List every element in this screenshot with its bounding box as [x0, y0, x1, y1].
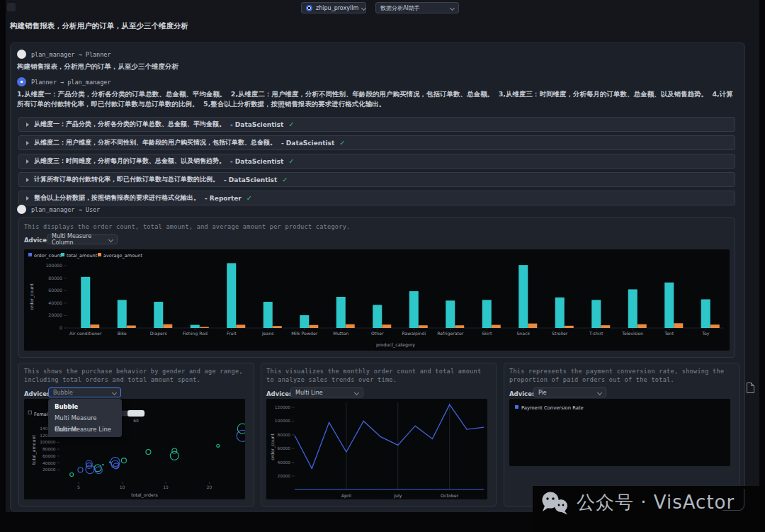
advices-label: Advices: [509, 390, 536, 397]
task-check-icon: ✓: [246, 194, 252, 202]
svg-text:Diapers: Diapers: [150, 331, 167, 336]
chart-type-select[interactable]: Multi Measure Column: [47, 234, 118, 244]
svg-text:order_count: order_count: [29, 283, 35, 310]
task-agent: - DataScientist: [230, 158, 283, 165]
svg-text:Toy: Toy: [701, 331, 710, 336]
svg-text:40000: 40000: [48, 300, 62, 305]
svg-text:60: 60: [133, 418, 139, 423]
svg-text:April: April: [341, 493, 352, 499]
task-list: 从维度一：产品分类，分析各分类的订单总数、总金额、平均金额。 - DataSci…: [18, 117, 735, 209]
task-row[interactable]: 计算所有订单的付款转化率，即已付款订单数与总订单数的比例。 - DataScie…: [18, 172, 735, 187]
caret-right-icon[interactable]: [26, 196, 29, 200]
svg-text:80000: 80000: [278, 433, 291, 437]
message-header: Planner → plan_manager: [17, 77, 111, 86]
message-header: plan_manager → User: [17, 205, 100, 214]
svg-text:120000: 120000: [275, 405, 290, 409]
watermark: 公众号 · VisActor: [540, 490, 735, 515]
chart-type-value: Pie: [538, 390, 547, 396]
wechat-icon: [540, 491, 570, 515]
assistant-select-value: 数据分析AI助手: [380, 4, 420, 12]
svg-text:0: 0: [60, 325, 62, 330]
task-row[interactable]: 整合以上分析数据，按照销售报表的要求进行格式化输出。 - Reporter✓: [18, 191, 735, 205]
document-icon[interactable]: [746, 383, 754, 393]
svg-text:20: 20: [207, 485, 212, 489]
task-row[interactable]: 从维度二：用户维度，分析不同性别、年龄段的用户购买情况，包括订单数、总金额。 -…: [18, 135, 735, 150]
task-text: 计算所有订单的付款转化率，即已付款订单数与总订单数的比例。: [34, 175, 219, 184]
bar-chart: order_counttotal_amountaverage_amount020…: [24, 249, 730, 351]
task-check-icon: ✓: [339, 139, 345, 147]
svg-text:Other: Other: [371, 331, 384, 336]
message-text: 1,从维度一：产品分类，分析各分类的订单总数、总金额、平均金额。 2,从维度二：…: [17, 89, 737, 109]
corner-button[interactable]: [7, 3, 16, 11]
chart-type-value: Multi Measure Column: [52, 233, 106, 246]
app-window: zhipu_proxyllm 数据分析AI助手 构建销售报表，分析用户的订单，从…: [0, 0, 765, 532]
task-check-icon: ✓: [282, 176, 288, 183]
svg-text:total_amount: total_amount: [67, 253, 98, 259]
caret-right-icon[interactable]: [26, 178, 29, 182]
task-check-icon: ✓: [288, 157, 294, 165]
svg-text:10: 10: [120, 485, 125, 489]
caret-right-icon[interactable]: [26, 141, 29, 145]
chart-type-select[interactable]: Multi Line: [290, 387, 363, 397]
avatar: [17, 50, 26, 59]
svg-text:15: 15: [163, 485, 169, 489]
message-header: plan_manager → Planner: [17, 50, 111, 59]
chart-description: This represents the payment conversion r…: [509, 368, 730, 384]
task-row[interactable]: 从维度三：时间维度，分析每月的订单数、总金额、以及销售趋势。 - DataSci…: [18, 154, 735, 169]
svg-text:40000: 40000: [278, 460, 291, 465]
svg-text:Rawalpindi: Rawalpindi: [402, 331, 426, 336]
dropdown-option[interactable]: Multi Measure Line: [48, 424, 122, 435]
svg-text:5: 5: [77, 485, 80, 489]
line-chart: AprilJulyOctober200004000060000800001000…: [266, 399, 487, 499]
svg-text:average_amount: average_amount: [103, 253, 142, 259]
chart-description: This displays the order count, total amo…: [24, 223, 725, 232]
task-text: 从维度二：用户维度，分析不同性别、年龄段的用户购买情况，包括订单数、总金额。: [34, 138, 276, 147]
svg-text:T-shirt: T-shirt: [589, 331, 604, 336]
svg-text:Bike: Bike: [118, 331, 127, 336]
task-check-icon: ✓: [288, 120, 294, 128]
chevron-down-icon: [361, 5, 366, 10]
message-route: plan_manager → User: [31, 206, 100, 213]
message-text: 构建销售报表，分析用户的订单，从至少三个维度分析: [17, 62, 737, 72]
svg-text:80000: 80000: [48, 276, 62, 281]
chart-type-value: Multi Line: [295, 390, 323, 396]
svg-text:Mutton: Mutton: [333, 331, 348, 336]
chart-description: This shows the purchase behavior by gend…: [24, 368, 245, 384]
chart-type-select-open[interactable]: Bubble: [48, 387, 121, 397]
svg-text:Milk Powder: Milk Powder: [291, 331, 317, 336]
pie-chart: Payment Conversion Rate: [509, 399, 730, 466]
message-route: plan_manager → Planner: [31, 51, 111, 58]
svg-text:Television: Television: [621, 331, 643, 336]
model-select[interactable]: zhipu_proxyllm: [301, 2, 366, 13]
advices-label: Advices: [266, 390, 293, 397]
chevron-down-icon: [354, 390, 359, 395]
chart-type-select[interactable]: Pie: [533, 387, 606, 397]
task-agent: - DataScientist: [230, 121, 283, 128]
advices-label: Advices: [24, 390, 50, 397]
caret-right-icon[interactable]: [26, 159, 29, 164]
svg-text:Fruit: Fruit: [227, 331, 237, 336]
svg-text:order_count: order_count: [270, 434, 276, 460]
svg-text:Air conditioner: Air conditioner: [69, 331, 102, 336]
svg-text:60000: 60000: [278, 446, 291, 451]
svg-text:Jeans: Jeans: [261, 331, 274, 336]
dropdown-option[interactable]: Bubble: [48, 401, 122, 412]
svg-text:total_amount: total_amount: [31, 435, 37, 465]
dropdown-option[interactable]: Multi Measure Column: [48, 412, 122, 424]
chevron-down-icon: [450, 5, 455, 10]
svg-text:60000: 60000: [42, 454, 56, 458]
chevron-down-icon: [597, 390, 602, 395]
svg-text:Refrigerator: Refrigerator: [437, 331, 464, 336]
assistant-select[interactable]: 数据分析AI助手: [375, 2, 459, 13]
svg-text:October: October: [441, 493, 459, 498]
chevron-down-icon: [108, 237, 113, 242]
task-row[interactable]: 从维度一：产品分类，分析各分类的订单总数、总金额、平均金额。 - DataSci…: [18, 117, 735, 132]
svg-text:Stroller: Stroller: [552, 331, 568, 336]
query-title: 构建销售报表，分析用户的订单，从至少三个维度分析: [10, 21, 188, 31]
svg-text:80000: 80000: [42, 447, 56, 451]
task-agent: - DataScientist: [281, 140, 334, 147]
svg-text:total_orders: total_orders: [131, 492, 158, 498]
dropdown-menu: BubbleMulti Measure ColumnMulti Measure …: [48, 399, 122, 437]
svg-text:Skirt: Skirt: [482, 331, 492, 336]
caret-right-icon[interactable]: [26, 123, 29, 127]
